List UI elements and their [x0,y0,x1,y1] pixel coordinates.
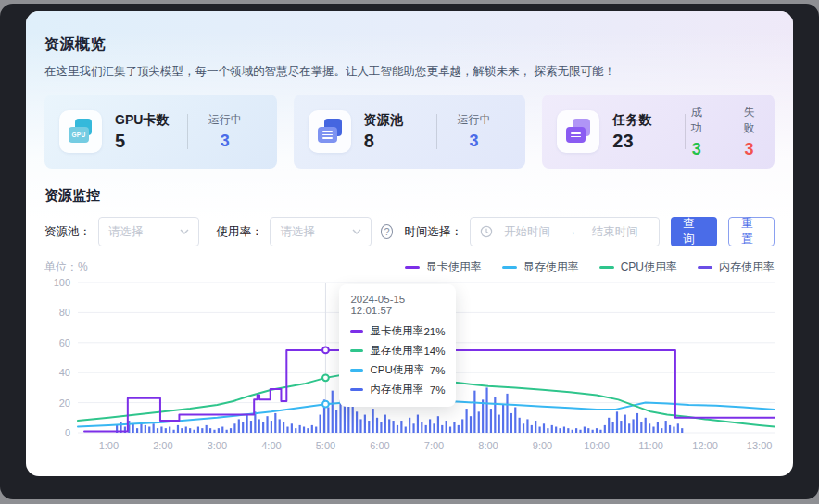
stats-row: GPU GPU卡数 5 运行中 3 [44,94,775,169]
usage-select[interactable]: 请选择 [270,217,371,246]
pool-select[interactable]: 请选择 [98,217,199,246]
svg-text:4:00: 4:00 [261,440,281,451]
svg-text:11:00: 11:00 [638,440,663,451]
chevron-down-icon [180,229,189,234]
range-arrow: → [561,225,581,238]
start-time-input[interactable]: 开始时间 [493,224,561,240]
chart-tooltip: 2024-05-15 12:01:57 显卡使用率 21% 显存使用率 14% … [339,284,456,407]
task-icon [557,110,599,153]
legend-item-cpu-usage[interactable]: CPU使用率 [599,259,677,275]
svg-text:60: 60 [59,337,70,348]
pool-icon [309,110,351,153]
svg-text:10:00: 10:00 [584,440,610,451]
tooltip-date: 2024-05-15 12:01:57 [350,294,445,316]
tooltip-row: 显卡使用率 21% [350,321,445,341]
time-filter-label: 时间选择： [404,224,462,240]
dashboard-panel: 资源概览 在这里我们汇集了顶尖模型，每一个领域的智慧尽在掌握。让人工智能助您更卓… [26,11,793,476]
stat-card-pool: 资源池 8 运行中 3 [294,94,526,169]
query-button[interactable]: 查询 [671,217,717,246]
svg-text:1:00: 1:00 [99,440,119,451]
chart-legend: 显卡使用率 显存使用率 CPU使用率 内存使用率 [405,259,775,275]
stat-card-tasks: 任务数 23 成功 3 失败 3 [542,94,775,169]
usage-chart[interactable]: 0204060801001:002:003:004:005:006:007:00… [44,277,775,459]
stat-card-gpu: GPU GPU卡数 5 运行中 3 [44,94,277,169]
legend-item-gpu-usage[interactable]: 显卡使用率 [405,259,482,275]
stat-label: GPU卡数 [115,112,187,129]
svg-text:80: 80 [59,307,70,318]
svg-text:9:00: 9:00 [533,440,552,451]
app-window: 资源概览 在这里我们汇集了顶尖模型，每一个领域的智慧尽在掌握。让人工智能助您更卓… [0,4,819,499]
svg-text:8:00: 8:00 [478,440,498,451]
svg-text:5:00: 5:00 [316,440,335,451]
stat-value: 8 [364,131,436,152]
time-range-picker[interactable]: 开始时间 → 结束时间 [470,217,660,246]
legend-item-mem-usage[interactable]: 内存使用率 [698,259,775,275]
stat-value: 5 [115,131,187,152]
svg-text:13:00: 13:00 [747,440,773,451]
filter-bar: 资源池： 请选择 使用率： 请选择 ? 时间选择： [44,217,775,246]
metric-running: 运行中 3 [457,112,490,151]
stat-value: 23 [612,131,685,152]
stat-label: 任务数 [612,112,685,129]
end-time-input[interactable]: 结束时间 [581,224,649,240]
stat-label: 资源池 [364,112,436,129]
unit-label: 单位：% [44,259,88,275]
svg-text:7:00: 7:00 [424,440,444,451]
metric-success: 成功 3 [686,105,707,159]
tooltip-row: CPU使用率 7% [350,360,445,380]
tooltip-row: 显存使用率 14% [350,341,445,360]
svg-text:20: 20 [59,397,70,409]
pool-filter-label: 资源池： [44,224,91,240]
clock-icon [480,225,493,238]
page-title: 资源概览 [44,35,775,55]
svg-text:12:00: 12:00 [692,440,718,451]
svg-text:40: 40 [59,367,70,378]
metric-running: 运行中 3 [208,112,242,151]
svg-text:100: 100 [54,277,70,288]
legend-item-vram-usage[interactable]: 显存使用率 [502,259,579,275]
svg-text:3:00: 3:00 [208,440,227,451]
page-subtitle: 在这里我们汇集了顶尖模型，每一个领域的智慧尽在掌握。让人工智能助您更卓越，解锁未… [44,64,775,80]
svg-text:2:00: 2:00 [153,440,172,451]
legend-row: 单位：% 显卡使用率 显存使用率 CPU使用率 [44,259,775,275]
svg-text:6:00: 6:00 [370,440,389,451]
monitor-section-title: 资源监控 [44,187,775,205]
reset-button[interactable]: 重置 [728,217,775,246]
help-icon[interactable]: ? [381,224,394,239]
chevron-down-icon [352,229,361,234]
metric-failed: 失败 3 [738,105,760,159]
gpu-icon: GPU [59,110,102,153]
svg-text:0: 0 [65,427,70,438]
usage-filter-label: 使用率： [216,224,262,240]
tooltip-row: 内存使用率 7% [350,380,445,399]
